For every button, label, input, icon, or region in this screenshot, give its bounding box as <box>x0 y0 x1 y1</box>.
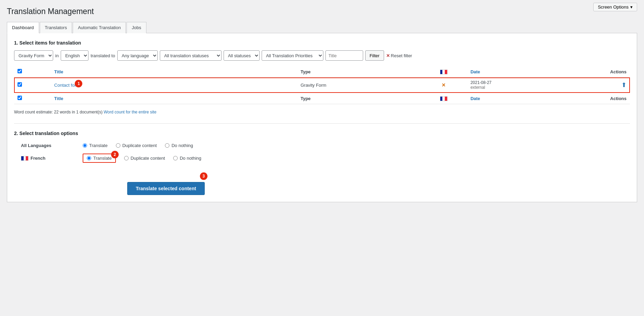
reset-x-icon: ✕ <box>386 53 390 58</box>
reset-filter[interactable]: ✕ Reset filter <box>386 53 412 58</box>
footer-check-col <box>14 93 51 104</box>
reset-filter-label: Reset filter <box>391 53 412 58</box>
footer-select-all-checkbox[interactable] <box>17 96 22 100</box>
all-languages-row: All Languages Translate Duplicate conten… <box>21 143 630 148</box>
filter-button[interactable]: Filter <box>365 50 384 61</box>
header-actions-col: Actions <box>541 66 630 77</box>
translation-status-select[interactable]: All translation statuses <box>160 50 222 61</box>
table-header-row: Title Type Date <box>14 66 630 77</box>
all-duplicate-radio[interactable] <box>116 143 120 148</box>
row-date-tag: external <box>470 85 538 90</box>
tab-dashboard[interactable]: Dashboard <box>7 22 39 33</box>
tab-jobs[interactable]: Jobs <box>127 22 146 33</box>
section2-title: 2. Select translation options <box>14 131 630 136</box>
all-translate-radio[interactable] <box>83 143 87 148</box>
french-radio-group: Translate 2 Duplicate content Do nothing <box>83 154 201 163</box>
any-language-select[interactable]: Any language <box>117 50 158 61</box>
section1-title: 1. Select items for translation <box>14 40 630 46</box>
section2: 2. Select translation options All Langua… <box>14 131 630 195</box>
all-nothing-label: Do nothing <box>171 143 193 148</box>
fr-duplicate-option[interactable]: Duplicate content <box>124 156 165 161</box>
word-count-link[interactable]: Word count for the entire site <box>104 110 156 114</box>
fr-duplicate-label: Duplicate content <box>131 156 165 161</box>
fr-duplicate-radio[interactable] <box>124 156 129 160</box>
annotation-2: 2 <box>111 151 119 158</box>
french-flag-header <box>440 70 448 74</box>
items-table: Title Type Date <box>14 66 630 104</box>
page-wrapper: Screen Options ▾ Translation Management … <box>0 0 644 316</box>
row-checkbox[interactable] <box>17 82 22 87</box>
footer-date-col: Date <box>467 93 541 104</box>
fr-nothing-label: Do nothing <box>180 156 201 161</box>
word-count-text: Word count estimate: 22 words in 1 docum… <box>14 110 103 114</box>
translation-options: All Languages Translate Duplicate conten… <box>14 143 630 195</box>
all-duplicate-option[interactable]: Duplicate content <box>116 143 157 148</box>
section-divider <box>14 123 630 124</box>
header-check-col <box>14 66 51 77</box>
all-statuses-select[interactable]: All statuses <box>224 50 260 61</box>
tab-bar: Dashboard Translators Automatic Translat… <box>7 22 637 33</box>
all-translate-label: Translate <box>89 143 108 148</box>
title-input[interactable] <box>325 50 363 61</box>
french-row: French Translate 2 Duplicate cont <box>21 154 630 163</box>
row-flag-cell: × <box>420 77 467 93</box>
tab-automatic-translation[interactable]: Automatic Translation <box>73 22 126 33</box>
date-sort-link[interactable]: Date <box>470 69 480 74</box>
row-title-cell: Contact form 1 <box>51 77 297 93</box>
footer-type-col: Type <box>297 93 420 104</box>
row-actions-cell: ⬆ <box>541 77 630 93</box>
row-type-cell: Gravity Form <box>297 77 420 93</box>
translated-to-label: translated to <box>91 53 115 58</box>
translate-selected-button[interactable]: Translate selected content <box>127 182 205 195</box>
fr-translate-radio[interactable] <box>87 156 91 160</box>
word-count-row: Word count estimate: 22 words in 1 docum… <box>14 108 630 117</box>
content-type-select[interactable]: Gravity Form <box>14 50 53 61</box>
footer-date-link[interactable]: Date <box>470 96 480 101</box>
table-footer-row: Title Type Date <box>14 93 630 104</box>
header-type-col: Type <box>297 66 420 77</box>
translation-priorities-select[interactable]: All Translation Priorities <box>262 50 323 61</box>
row-check-cell <box>14 77 51 93</box>
all-translate-option[interactable]: Translate <box>83 143 108 148</box>
french-flag-lang <box>21 156 28 161</box>
footer-actions-col: Actions <box>541 93 630 104</box>
screen-options-label: Screen Options <box>598 4 629 10</box>
table-row: Contact form 1 Gravity Form × 2021-08-27 <box>14 77 630 93</box>
all-languages-radio-group: Translate Duplicate content Do nothing <box>83 143 193 148</box>
all-languages-label: All Languages <box>21 143 83 148</box>
fr-nothing-radio[interactable] <box>173 156 178 160</box>
footer-flag-col <box>420 93 467 104</box>
all-duplicate-label: Duplicate content <box>122 143 157 148</box>
screen-options-button[interactable]: Screen Options ▾ <box>593 3 637 11</box>
in-label: in <box>55 53 59 58</box>
select-all-checkbox[interactable] <box>17 69 22 73</box>
footer-title-link[interactable]: Title <box>54 96 63 101</box>
language-select[interactable]: English <box>61 50 88 61</box>
annotation-3: 3 <box>200 172 207 180</box>
page-title: Translation Management <box>7 7 637 16</box>
header-flag-col <box>420 66 467 77</box>
header-title-col: Title <box>51 66 297 77</box>
header-date-col: Date <box>467 66 541 77</box>
fr-translate-label: Translate <box>93 156 112 161</box>
chevron-down-icon: ▾ <box>630 4 633 10</box>
tab-translators[interactable]: Translators <box>40 22 72 33</box>
annotation-1: 1 <box>75 80 82 87</box>
title-sort-link[interactable]: Title <box>54 69 63 74</box>
section1: 1. Select items for translation Gravity … <box>14 40 630 117</box>
french-flag-footer <box>440 96 448 101</box>
french-label: French <box>21 156 83 161</box>
translate-btn-container: Translate selected content 3 <box>72 175 205 195</box>
all-nothing-radio[interactable] <box>165 143 169 148</box>
row-date: 2021-08-27 <box>470 80 538 85</box>
all-nothing-option[interactable]: Do nothing <box>165 143 193 148</box>
status-x-icon: × <box>442 82 446 88</box>
row-date-cell: 2021-08-27 external <box>467 77 541 93</box>
filter-row: Gravity Form in English translated to An… <box>14 50 630 61</box>
row-action-icon[interactable]: ⬆ <box>621 82 627 88</box>
main-content: 1. Select items for translation Gravity … <box>7 33 637 202</box>
footer-title-col: Title <box>51 93 297 104</box>
fr-nothing-option[interactable]: Do nothing <box>173 156 201 161</box>
